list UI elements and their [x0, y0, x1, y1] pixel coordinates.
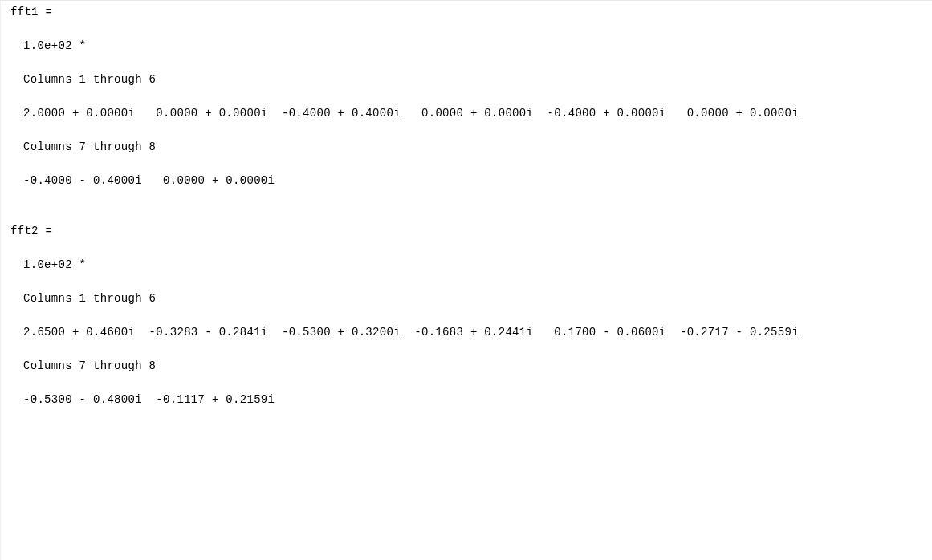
complex-values-row: -0.4000 - 0.4000i 0.0000 + 0.0000i	[10, 172, 922, 189]
blank-line	[10, 341, 922, 358]
columns-range-label: Columns 7 through 8	[10, 358, 922, 375]
blank-line	[10, 240, 922, 257]
blank-line	[10, 375, 922, 392]
variable-header: fft1 =	[10, 4, 922, 21]
blank-line	[10, 189, 922, 206]
columns-range-label: Columns 7 through 8	[10, 139, 922, 156]
multiplier-line: 1.0e+02 *	[10, 38, 922, 55]
multiplier-line: 1.0e+02 *	[10, 257, 922, 274]
command-window-output: fft1 = 1.0e+02 * Columns 1 through 6 2.0…	[0, 0, 932, 560]
complex-values-row: 2.0000 + 0.0000i 0.0000 + 0.0000i -0.400…	[10, 105, 922, 122]
blank-line	[10, 274, 922, 290]
columns-range-label: Columns 1 through 6	[10, 290, 922, 307]
blank-line	[10, 307, 922, 324]
blank-line	[10, 156, 922, 172]
complex-values-row: 2.6500 + 0.4600i -0.3283 - 0.2841i -0.53…	[10, 324, 922, 341]
blank-line	[10, 21, 922, 38]
columns-range-label: Columns 1 through 6	[10, 71, 922, 88]
complex-values-row: -0.5300 - 0.4800i -0.1117 + 0.2159i	[10, 392, 922, 408]
blank-line	[10, 55, 922, 71]
blank-line	[10, 122, 922, 139]
variable-header: fft2 =	[10, 223, 922, 240]
blank-line	[10, 206, 922, 223]
blank-line	[10, 88, 922, 105]
